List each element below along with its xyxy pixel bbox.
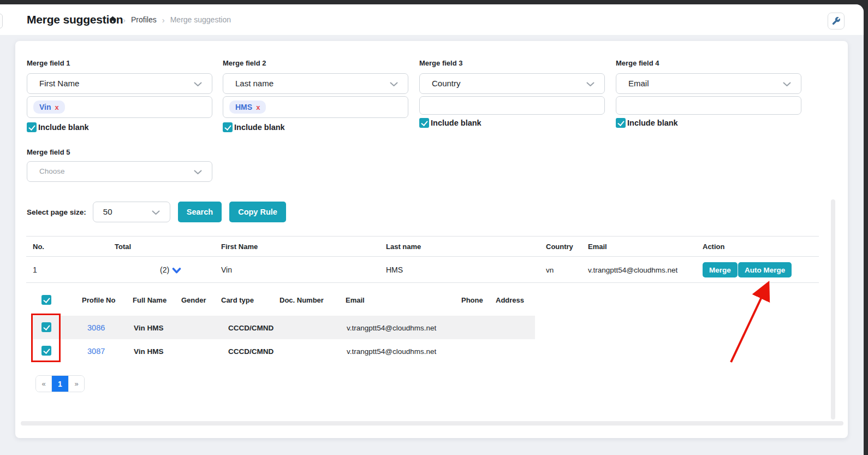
page-size-value: 50: [103, 202, 112, 222]
cell-email: v.trangptt54@cloudhms.net: [588, 265, 677, 274]
cell-last-name: HMS: [386, 265, 403, 274]
pagination-page-1[interactable]: 1: [52, 376, 68, 392]
sub-col-address: Address: [496, 296, 524, 304]
cell-country: vn: [546, 265, 554, 274]
cell-no: 1: [33, 265, 37, 274]
merge-field-1-value: First Name: [39, 74, 79, 93]
include-blank-row: Include blank: [616, 118, 678, 128]
include-blank-checkbox[interactable]: [27, 122, 37, 132]
profile-row: 3087 Vin HMS CCCD/CMND v.trangptt54@clou…: [31, 339, 535, 363]
sub-col-gender: Gender: [181, 296, 206, 304]
horizontal-scrollbar[interactable]: [21, 421, 843, 426]
merge-field-3-group: Merge field 3 Country Include blank: [419, 59, 605, 152]
merge-button[interactable]: Merge: [703, 262, 738, 277]
value-tag: HMS x: [229, 101, 266, 114]
merge-field-5-select[interactable]: Choose: [27, 161, 212, 182]
full-name-cell: Vin HMS: [134, 347, 164, 355]
include-blank-checkbox[interactable]: [223, 122, 233, 132]
col-total: Total: [115, 243, 131, 251]
pagination-prev[interactable]: «: [36, 376, 52, 392]
remove-tag-icon[interactable]: x: [55, 104, 59, 111]
page-sheet: Merge suggestion › Profiles › Merge sugg…: [0, 4, 864, 455]
sub-col-full-name: Full Name: [133, 296, 167, 304]
copy-rule-button[interactable]: Copy Rule: [229, 202, 286, 222]
merge-field-4-select[interactable]: Email: [616, 73, 801, 94]
include-blank-label: Include blank: [431, 119, 481, 127]
merge-field-2-select[interactable]: Last name: [223, 73, 408, 94]
page-size-select[interactable]: 50: [93, 202, 170, 222]
page-size-label: Select page size:: [27, 208, 86, 216]
merge-field-2-value: Last name: [235, 74, 274, 93]
include-blank-label: Include blank: [627, 119, 678, 127]
merge-field-1-label: Merge field 1: [27, 59, 70, 67]
remove-tag-icon[interactable]: x: [256, 104, 260, 111]
vertical-scrollbar[interactable]: [831, 199, 835, 419]
profile-checkbox[interactable]: [41, 322, 51, 332]
merge-field-5-label: Merge field 5: [27, 148, 70, 156]
sub-col-email: Email: [346, 296, 365, 304]
merge-field-3-values-input[interactable]: [419, 96, 605, 115]
merge-field-3-select[interactable]: Country: [419, 73, 605, 94]
app-viewport: Merge suggestion › Profiles › Merge sugg…: [0, 0, 868, 455]
total-count: (2): [160, 265, 169, 274]
search-button[interactable]: Search: [178, 202, 222, 222]
top-header-bar: Merge suggestion › Profiles › Merge sugg…: [0, 4, 864, 35]
cell-total: (2): [160, 265, 181, 274]
settings-tool-button[interactable]: [828, 13, 845, 29]
pagination-next[interactable]: »: [68, 376, 84, 392]
merge-field-4-group: Merge field 4 Email Include blank: [616, 59, 801, 152]
sub-col-doc-number: Doc. Number: [280, 296, 324, 304]
card-type-cell: CCCD/CMND: [228, 323, 274, 332]
merge-field-4-label: Merge field 4: [616, 59, 659, 67]
merge-field-1-values-input[interactable]: Vin x: [27, 96, 212, 118]
auto-merge-button[interactable]: Auto Merge: [738, 262, 792, 277]
col-first-name: First Name: [221, 243, 258, 251]
breadcrumb-item-current: Merge suggestion: [170, 15, 231, 24]
tag-label: HMS: [235, 103, 252, 111]
include-blank-checkbox[interactable]: [616, 118, 626, 128]
include-blank-label: Include blank: [234, 123, 285, 132]
merge-field-3-value: Country: [432, 74, 461, 93]
merge-field-5-placeholder: Choose: [39, 162, 65, 181]
breadcrumb-separator: ›: [123, 15, 126, 25]
col-country: Country: [546, 243, 573, 251]
expand-chevron-down-icon[interactable]: [172, 268, 181, 274]
chevron-down-icon: [194, 82, 202, 87]
email-cell: v.trangptt54@cloudhms.net: [347, 347, 436, 355]
profile-checkbox[interactable]: [41, 346, 51, 356]
merge-field-2-values-input[interactable]: HMS x: [223, 96, 408, 118]
col-no: No.: [33, 243, 44, 251]
include-blank-label: Include blank: [38, 123, 89, 132]
merge-field-5-group: Merge field 5 Choose: [27, 148, 212, 186]
merge-field-2-group: Merge field 2 Last name HMS x Include bl…: [223, 59, 408, 152]
sub-col-profile-no: Profile No: [82, 296, 115, 304]
cell-first-name: Vin: [221, 265, 232, 274]
breadcrumb-item-profiles[interactable]: Profiles: [131, 15, 157, 24]
profile-no-link[interactable]: 3087: [87, 347, 105, 356]
merge-field-2-label: Merge field 2: [223, 59, 266, 67]
card-type-cell: CCCD/CMND: [228, 347, 274, 355]
breadcrumb: › Profiles › Merge suggestion: [108, 4, 231, 35]
result-row: 1 (2) Vin HMS vn v.trangptt54@cloudhms.n…: [26, 257, 819, 283]
breadcrumb-separator: ›: [162, 15, 165, 25]
chevron-down-icon: [194, 170, 202, 175]
select-all-checkbox[interactable]: [41, 295, 51, 305]
include-blank-checkbox[interactable]: [419, 118, 429, 128]
chevron-down-icon: [586, 82, 594, 87]
merge-field-1-select[interactable]: First Name: [27, 73, 212, 94]
chevron-down-icon: [152, 210, 160, 215]
merge-field-3-label: Merge field 3: [419, 59, 462, 67]
col-last-name: Last name: [386, 243, 421, 251]
pagination: « 1 »: [35, 375, 85, 392]
include-blank-row: Include blank: [419, 118, 481, 128]
sidebar-toggle-partial[interactable]: [0, 14, 3, 28]
merge-field-4-values-input[interactable]: [616, 96, 801, 115]
sub-col-phone: Phone: [461, 296, 483, 304]
sub-col-card-type: Card type: [221, 296, 254, 304]
profile-no-link[interactable]: 3086: [87, 323, 105, 332]
include-blank-row: Include blank: [27, 122, 89, 132]
home-icon[interactable]: [108, 15, 117, 24]
controls-row: Select page size: 50 Search Copy Rule: [27, 202, 286, 222]
email-cell: v.trangptt54@cloudhms.net: [347, 323, 436, 332]
profile-row: 3086 Vin HMS CCCD/CMND v.trangptt54@clou…: [31, 316, 535, 339]
